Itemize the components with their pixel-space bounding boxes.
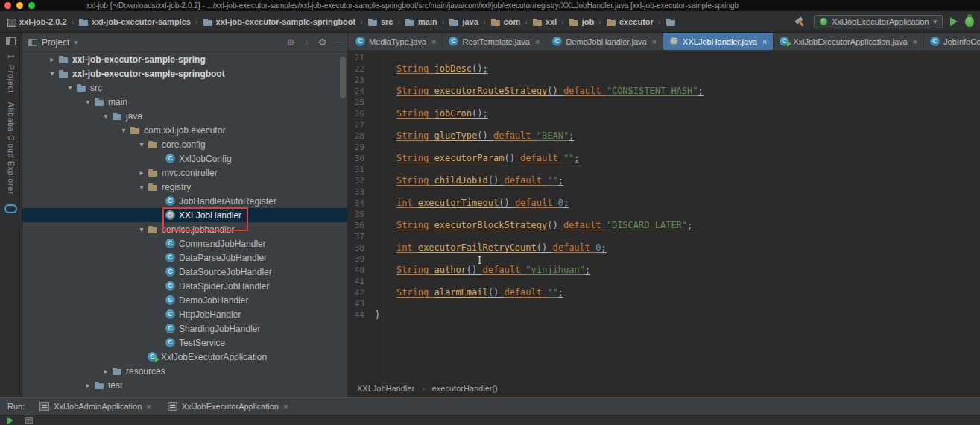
close-icon[interactable]: × (283, 402, 288, 411)
chevron-right-icon[interactable]: ▸ (136, 169, 148, 177)
code-line[interactable]: 34 int executorTimeout() default 0; (348, 198, 980, 209)
breadcrumb-item[interactable]: java (447, 17, 479, 27)
code-line[interactable]: 30 String executorParam() default ""; (348, 153, 980, 164)
tree-item[interactable]: CommandJobHandler (22, 236, 347, 251)
tree-item[interactable]: ▸resources (22, 364, 347, 378)
rerun-icon[interactable] (7, 417, 13, 424)
code-text[interactable]: String jobDesc(); (375, 63, 488, 75)
tree-item[interactable]: DataSourceJobHandler (22, 265, 347, 279)
tool-window-icon[interactable] (6, 37, 16, 45)
code-text[interactable]: int executorFailRetryCount() default 0; (375, 242, 607, 254)
breadcrumb-item[interactable]: xxl (531, 17, 558, 27)
chevron-down-icon[interactable]: ▾ (74, 39, 78, 46)
code-line[interactable]: 22 String jobDesc(); (348, 63, 980, 75)
code-line[interactable]: 31 (348, 164, 980, 175)
editor-tab[interactable]: JobInfoCo× (924, 33, 980, 50)
tree-item[interactable]: ▾java (22, 109, 347, 123)
chevron-down-icon[interactable]: ▾ (136, 183, 148, 191)
close-icon[interactable]: × (535, 37, 540, 46)
tree-item[interactable]: XxlJobExecutorApplication (22, 350, 347, 364)
code-line[interactable]: 37 (348, 231, 980, 242)
breadcrumb-item[interactable]: com (489, 17, 522, 27)
code-text[interactable]: } (375, 309, 380, 321)
alibaba-cloud-tool-button[interactable]: Alibaba Cloud Explorer (7, 102, 15, 195)
close-icon[interactable]: × (762, 37, 767, 46)
code-editor[interactable]: 2122 String jobDesc();2324 String execut… (348, 51, 980, 380)
chevron-right-icon[interactable]: ▸ (46, 55, 58, 63)
chevron-right-icon[interactable]: ▸ (82, 381, 94, 389)
chevron-down-icon[interactable]: ▾ (136, 140, 148, 148)
code-line[interactable]: 33 (348, 186, 980, 198)
close-window-button[interactable] (4, 2, 11, 9)
code-line[interactable]: 38 int executorFailRetryCount() default … (348, 242, 980, 254)
run-tab[interactable]: XxlJobAdminApplication× (35, 398, 155, 415)
code-line[interactable]: 43 (348, 298, 980, 309)
code-line[interactable]: 24 String executorRouteStrategy() defaul… (348, 86, 980, 97)
breadcrumb-item[interactable]: executor (604, 17, 655, 27)
editor-tab[interactable]: MediaType.java× (350, 33, 443, 50)
tree-item[interactable]: ▾main (22, 95, 347, 109)
chevron-down-icon[interactable]: ▾ (46, 69, 58, 78)
code-text[interactable]: String author() default "yinjihuan"; (375, 265, 590, 276)
breadcrumb-item[interactable]: xxl-job-executor-sample-springboot (201, 17, 358, 27)
editor-tab[interactable]: XXLJobHandler.java× (663, 33, 774, 50)
tree-item[interactable]: ▾core.config (22, 137, 347, 151)
chevron-down-icon[interactable]: ▾ (64, 84, 76, 92)
debug-button[interactable] (965, 16, 974, 27)
run-configuration-select[interactable]: XxlJobExecutorApplication ▾ (814, 15, 943, 28)
code-line[interactable]: 32 String childJobId() default ""; (348, 175, 980, 186)
tree-item[interactable]: XXLJobHandler (22, 208, 347, 222)
code-text[interactable]: String jobCron(); (375, 108, 488, 119)
run-tab[interactable]: XxlJobExecutorApplication× (163, 398, 293, 415)
project-panel-title[interactable]: Project (42, 37, 69, 48)
chevron-down-icon[interactable]: ▾ (136, 225, 148, 233)
code-text[interactable]: String executorBlockStrategy() default "… (375, 220, 692, 231)
chevron-down-icon[interactable]: ▾ (100, 112, 112, 120)
close-icon[interactable]: × (146, 402, 151, 411)
code-line[interactable]: 23 (348, 75, 980, 86)
minimize-window-button[interactable] (16, 2, 23, 9)
tree-item[interactable]: ▸test (22, 378, 347, 392)
collapse-all-icon[interactable]: ÷ (304, 37, 309, 48)
code-line[interactable]: 21 (348, 52, 980, 63)
tree-item[interactable]: ▸mvc.controller (22, 166, 347, 180)
close-icon[interactable]: × (652, 37, 657, 46)
code-line[interactable]: 26 String jobCron(); (348, 108, 980, 119)
tree-item[interactable]: DataParseJobHandler (22, 251, 347, 265)
tree-item[interactable]: ▾src (22, 81, 347, 95)
code-line[interactable]: 25 (348, 97, 980, 108)
tree-item[interactable]: HttpJobHandler (22, 307, 347, 321)
code-text[interactable]: String executorRouteStrategy() default "… (375, 86, 704, 97)
editor-breadcrumb-item[interactable]: XXLJobHandler (357, 384, 414, 393)
tree-item[interactable]: DemoJobHandler (22, 293, 347, 307)
breadcrumb-item[interactable]: job (567, 17, 596, 27)
breadcrumb-item[interactable]: xxl-job-2.0.2 (6, 17, 69, 26)
editor-tab[interactable]: DemoJobHandler.java× (546, 33, 663, 50)
tree-item[interactable]: ▾xxl-job-executor-sample-springboot (22, 66, 347, 81)
code-text[interactable]: int executorTimeout() default 0; (375, 198, 569, 209)
code-line[interactable]: 35 (348, 209, 980, 220)
alibaba-cloud-icon[interactable] (4, 204, 17, 213)
project-tool-button[interactable]: 1: Project (7, 54, 15, 93)
zoom-window-button[interactable] (28, 2, 35, 9)
breadcrumb-item[interactable]: xxl-job-executor-samples (77, 17, 192, 27)
run-button[interactable] (950, 17, 958, 26)
tree-item[interactable]: ▸xxl-job-executor-sample-spring (22, 52, 347, 66)
tree-item[interactable]: JobHandlerAutoRegister (22, 194, 347, 208)
code-line[interactable]: 27 (348, 119, 980, 130)
chevron-down-icon[interactable]: ▾ (118, 126, 130, 134)
code-line[interactable]: 44} (348, 309, 980, 321)
editor-breadcrumb-item[interactable]: executorHandler() (432, 384, 498, 393)
close-icon[interactable]: × (913, 37, 917, 46)
tree-item[interactable]: ▾com.xxl.job.executor (22, 123, 347, 137)
tree-item[interactable]: TestService (22, 336, 347, 350)
console-grid-icon[interactable] (25, 417, 33, 424)
tree-item[interactable]: ▾registry (22, 180, 347, 194)
build-hammer-icon[interactable] (794, 16, 806, 28)
close-icon[interactable]: × (431, 37, 436, 46)
hide-panel-icon[interactable]: − (335, 37, 341, 48)
code-line[interactable]: 40 String author() default "yinjihuan"; (348, 265, 980, 276)
breadcrumb-item[interactable]: main (403, 17, 439, 27)
code-text[interactable]: String childJobId() default ""; (375, 175, 563, 186)
code-line[interactable]: 42 String alarmEmail() default ""; (348, 287, 980, 298)
